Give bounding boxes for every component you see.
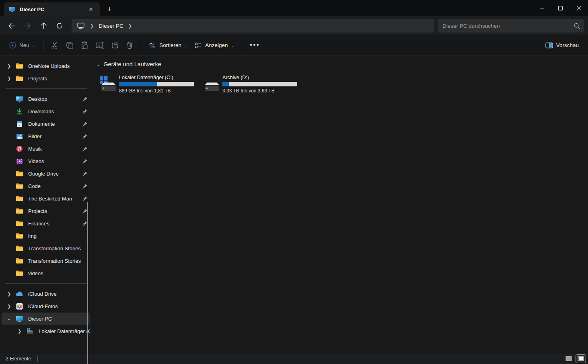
chevron-right-icon[interactable]: ❯ [18, 329, 26, 334]
sidebar-item-img[interactable]: img [2, 230, 90, 242]
search-icon[interactable] [574, 23, 580, 29]
address-bar[interactable]: ❯ Dieser PC ❯ [72, 19, 434, 33]
sort-arrows-icon [149, 42, 156, 49]
folder-icon [15, 207, 23, 215]
refresh-button[interactable] [51, 18, 68, 33]
music-icon [15, 145, 23, 153]
sidebar-item-projects-top[interactable]: ❯ Projects [2, 72, 90, 84]
sidebar-item-local-disk-c[interactable]: ❯ Lokaler Datenträger (C:) [2, 325, 90, 337]
new-button[interactable]: Neu ⌄ [6, 38, 39, 53]
title-bar: Dieser PC ✕ + [0, 0, 588, 16]
sidebar-divider [5, 88, 87, 89]
chevron-down-icon: ⌄ [231, 43, 234, 47]
sidebar-item-dieser-pc[interactable]: ⌄ Dieser PC [2, 313, 90, 325]
sidebar-item-videos-folder[interactable]: videos [2, 267, 90, 279]
drive-d-icon [201, 76, 220, 93]
drive-d-free-space: 3,33 TB frei von 3,63 TB [222, 88, 299, 94]
svg-text:A: A [98, 43, 100, 47]
drive-c-tile[interactable]: Lokaler Datenträger (C:) 889 GB frei von… [96, 73, 198, 95]
sidebar-item-downloads[interactable]: Downloads [2, 105, 90, 117]
drive-d-tile[interactable]: Archive (D:) 3,33 TB frei von 3,63 TB [199, 73, 302, 95]
sidebar-item-bilder[interactable]: Bilder [2, 130, 90, 142]
navigation-bar: ❯ Dieser PC ❯ Dieser PC durchsuchen [0, 16, 588, 35]
chevron-down-icon[interactable]: ⌄ [97, 62, 100, 67]
rename-button[interactable]: A [92, 38, 108, 53]
sidebar-item-google-drive[interactable]: Google Drive [2, 168, 90, 180]
sort-button-label: Sortieren [159, 42, 181, 48]
cut-button[interactable] [47, 38, 62, 53]
chevron-down-icon: ⌄ [32, 43, 35, 47]
tab-dieser-pc[interactable]: Dieser PC ✕ [4, 2, 100, 16]
back-button[interactable] [3, 18, 19, 33]
chevron-right-icon[interactable]: ❯ [7, 76, 15, 81]
sidebar-item-onenote-uploads[interactable]: ❯ OneNote Uploads [2, 60, 90, 72]
delete-button[interactable] [123, 38, 137, 53]
ellipsis-icon: ••• [250, 41, 260, 49]
forward-button[interactable] [19, 18, 35, 33]
sidebar-item-icloud-fotos[interactable]: ❯ iCloud-Fotos [2, 300, 90, 312]
new-button-label: Neu [19, 42, 29, 48]
sidebar-scrollbar[interactable] [87, 202, 88, 364]
chevron-down-icon: ⌄ [184, 43, 187, 47]
breadcrumb-chevron-icon[interactable]: ❯ [125, 23, 135, 29]
details-view-toggle[interactable] [564, 355, 574, 363]
copy-button[interactable] [62, 38, 77, 53]
sidebar-item-videos[interactable]: Videos [2, 155, 90, 167]
sidebar-divider [5, 283, 87, 284]
this-pc-icon[interactable] [75, 22, 87, 29]
monitor-icon [9, 6, 16, 12]
sidebar-item-the-beskirted-man[interactable]: The Beskirted Man [2, 192, 90, 204]
drive-d-usage-bar [222, 82, 297, 86]
view-button[interactable]: Anzeigen ⌄ [191, 38, 238, 53]
chevron-right-icon[interactable]: ❯ [7, 291, 15, 297]
search-input[interactable]: Dieser PC durchsuchen [438, 19, 584, 33]
drive-d-name: Archive (D:) [222, 75, 299, 80]
drive-c-name: Lokaler Datenträger (C:) [119, 75, 196, 80]
new-tab-button[interactable]: + [103, 4, 116, 15]
large-icons-view-toggle[interactable] [576, 355, 586, 363]
sort-button[interactable]: Sortieren ⌄ [145, 38, 191, 53]
sidebar-item-dokumente[interactable]: Dokumente [2, 118, 90, 130]
sidebar-item-transformation-stories-1[interactable]: Transformation Stories [2, 242, 90, 254]
pin-icon [80, 221, 90, 226]
downloads-icon [15, 107, 23, 115]
close-button[interactable] [569, 0, 588, 16]
tab-close-icon[interactable]: ✕ [86, 4, 96, 14]
more-options-button[interactable]: ••• [246, 38, 263, 53]
view-button-label: Anzeigen [205, 42, 228, 48]
chevron-right-icon[interactable]: ❯ [7, 304, 15, 309]
chevron-right-icon[interactable]: ❯ [7, 63, 15, 69]
sidebar-item-musik[interactable]: Musik [2, 143, 90, 155]
sidebar-item-desktop[interactable]: Desktop [2, 93, 90, 105]
item-count: 2 Elemente [6, 356, 31, 362]
pin-icon [80, 159, 90, 164]
sidebar-item-code[interactable]: Code [2, 180, 90, 192]
sidebar-item-finances[interactable]: Finances [2, 217, 90, 229]
sidebar-item-transformation-stories-2[interactable]: Transformation Stories [2, 255, 90, 267]
sidebar-item-icloud-drive[interactable]: ❯ iCloud Drive [2, 288, 90, 300]
minimize-button[interactable] [532, 0, 551, 16]
preview-pane-icon [545, 42, 553, 49]
documents-icon [15, 120, 23, 128]
file-explorer-window: Dieser PC ✕ + [0, 0, 588, 364]
folder-icon [15, 244, 23, 252]
chevron-down-icon[interactable]: ⌄ [7, 316, 15, 321]
folder-icon [15, 269, 23, 277]
folder-icon [15, 62, 23, 70]
this-pc-icon [15, 315, 23, 323]
folder-icon [15, 257, 23, 265]
preview-toggle-button[interactable]: Vorschau [542, 38, 582, 53]
paste-button[interactable] [77, 38, 92, 53]
share-button[interactable] [108, 38, 123, 53]
sidebar-item-projects-pinned[interactable]: Projects [2, 205, 90, 217]
section-header-devices-drives[interactable]: ⌄ Geräte und Laufwerke [97, 61, 588, 67]
content-pane: ⌄ Geräte und Laufwerke Lokaler Datenträg… [92, 55, 588, 353]
drive-c-free-space: 889 GB frei von 1,81 TB [119, 88, 196, 94]
pin-icon [80, 96, 90, 102]
drive-c-icon [98, 76, 117, 93]
tab-title: Dieser PC [20, 6, 86, 12]
breadcrumb-dieser-pc[interactable]: Dieser PC [97, 23, 125, 29]
videos-icon [15, 157, 23, 165]
up-button[interactable] [35, 18, 51, 33]
maximize-button[interactable] [551, 0, 569, 16]
